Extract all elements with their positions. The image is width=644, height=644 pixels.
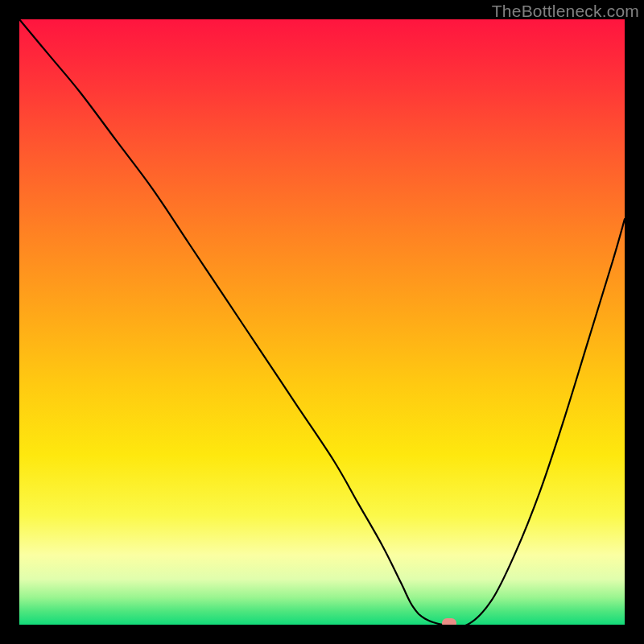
bottleneck-curve — [19, 19, 625, 625]
optimal-point-marker — [442, 618, 456, 625]
watermark-text: TheBottleneck.com — [492, 2, 639, 21]
plot-area — [19, 19, 625, 625]
chart-frame: TheBottleneck.com — [0, 0, 644, 644]
